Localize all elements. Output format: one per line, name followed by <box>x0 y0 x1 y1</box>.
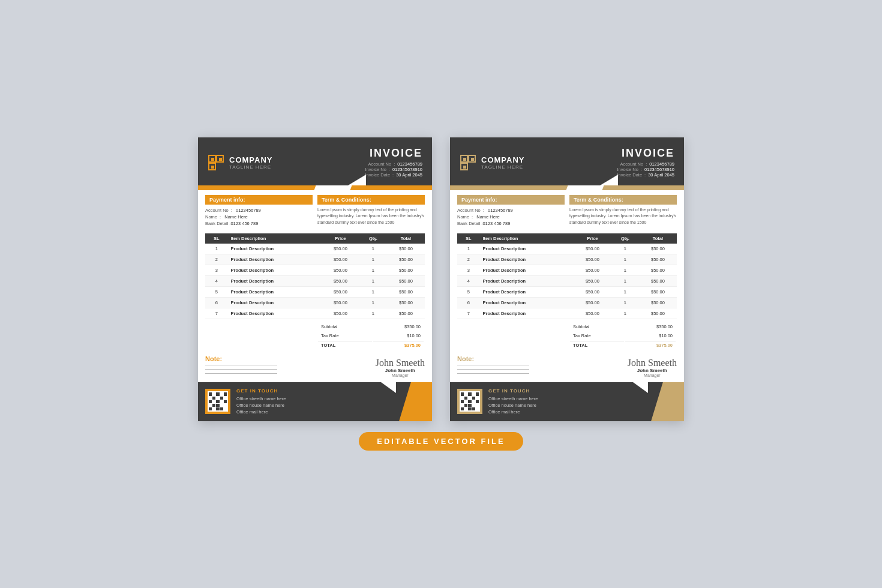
totals-area-2: Subtotal $350.00 Tax Rate $10.00 TOTAL $… <box>450 319 684 352</box>
subtotal-val-2: $350.00 <box>625 323 676 331</box>
row-total: $50.00 <box>639 297 677 308</box>
row-desc: Product Description <box>228 275 322 286</box>
row-desc: Product Description <box>480 265 574 275</box>
pname-label: Name <box>205 214 217 220</box>
row-qty: 1 <box>611 297 639 308</box>
row-total: $50.00 <box>387 244 425 254</box>
total-row: TOTAL $375.00 <box>318 341 424 349</box>
row-qty: 1 <box>359 244 387 254</box>
row-total: $50.00 <box>387 297 425 308</box>
pbank-label: Bank Detail <box>205 221 228 226</box>
subtotal-label: Subtotal <box>318 323 372 331</box>
logo-area: COMPANY TAGLINE HERE <box>208 154 272 171</box>
row-price: $50.00 <box>574 308 611 319</box>
row-price: $50.00 <box>574 286 611 297</box>
row-sl: 3 <box>457 265 480 275</box>
row-qty: 1 <box>359 297 387 308</box>
company-logo-icon-2 <box>460 154 476 171</box>
qr-inner-2 <box>460 391 480 412</box>
table-row: 3 Product Description $50.00 1 $50.00 <box>457 265 677 275</box>
footer-line1-2: Office streeth name here <box>488 395 677 402</box>
note-label: Note: <box>205 355 376 362</box>
account-label: Account No <box>368 161 391 167</box>
sig-script: John Smeeth <box>376 358 425 368</box>
terms-title-2: Term & Conditions: <box>569 195 677 205</box>
th-desc-2: Item Description <box>480 233 574 244</box>
table-row: 7 Product Description $50.00 1 $50.00 <box>205 308 425 319</box>
footer-line3: Office mail here <box>236 409 425 415</box>
company-text: COMPANY TAGLINE HERE <box>229 155 272 170</box>
total-row-2: TOTAL $375.00 <box>570 341 676 349</box>
qr-code-box <box>205 389 230 414</box>
row-desc: Product Description <box>228 254 322 265</box>
row-total: $50.00 <box>387 254 425 265</box>
sig-name-2: John Smeeth <box>628 368 677 373</box>
payment-info-block-2: Payment info: Account No : 0123456789 Na… <box>457 195 565 227</box>
note-section-2: Note: <box>457 355 628 377</box>
row-qty: 1 <box>611 275 639 286</box>
bottom-badge: EDITABLE VECTOR FILE <box>359 432 523 451</box>
row-sl: 1 <box>205 244 228 254</box>
invoice-title-2: INVOICE <box>617 147 674 160</box>
row-sl: 5 <box>457 286 480 297</box>
invoices-container: COMPANY TAGLINE HERE INVOICE Account No … <box>198 137 684 422</box>
invoice-header-1: COMPANY TAGLINE HERE INVOICE Account No … <box>198 137 432 185</box>
qr-inner <box>208 391 228 412</box>
company-name: COMPANY <box>229 155 272 164</box>
svg-rect-9 <box>471 158 474 161</box>
company-name-2: COMPANY <box>481 155 524 164</box>
note-lines-2 <box>457 365 628 374</box>
row-desc: Product Description <box>228 308 322 319</box>
tax-val-2: $10.00 <box>625 332 676 340</box>
get-in-touch-2: GET IN TOUCH <box>488 388 677 394</box>
invoice-title-area-2: INVOICE Account No : 0123456789 Invoice … <box>617 147 674 178</box>
payment-info-content: Account No : 0123456789 Name : Name Here… <box>205 207 313 227</box>
pac-val: 0123456789 <box>236 208 261 213</box>
row-total: $50.00 <box>387 308 425 319</box>
row-sl: 7 <box>205 308 228 319</box>
footer-line3-2: Office mail here <box>488 409 677 415</box>
table-wrapper-2: SL Item Description Price Qty. Total 1 P… <box>450 233 684 319</box>
row-qty: 1 <box>359 286 387 297</box>
th-desc: Item Description <box>228 233 322 244</box>
row-desc: Product Description <box>228 244 322 254</box>
golden-accent-bar <box>450 185 684 190</box>
row-qty: 1 <box>611 254 639 265</box>
row-sl: 7 <box>457 308 480 319</box>
company-tagline-2: TAGLINE HERE <box>481 164 524 170</box>
th-sl: SL <box>205 233 228 244</box>
row-sl: 6 <box>205 297 228 308</box>
row-qty: 1 <box>359 254 387 265</box>
row-desc: Product Description <box>480 308 574 319</box>
company-logo-icon <box>208 154 224 171</box>
total-label: TOTAL <box>318 341 372 349</box>
row-price: $50.00 <box>574 275 611 286</box>
row-qty: 1 <box>611 308 639 319</box>
logo-area-2: COMPANY TAGLINE HERE <box>460 154 524 171</box>
row-price: $50.00 <box>322 265 359 275</box>
note-sig-section-2: Note: John Smeeth John Smeeth Manager <box>450 352 684 382</box>
svg-rect-1 <box>211 158 214 161</box>
th-price: Price <box>322 233 359 244</box>
pname-val: Name Here <box>224 214 247 220</box>
row-total: $50.00 <box>639 275 677 286</box>
qr-code-box-2 <box>457 389 482 414</box>
invoice-title: INVOICE <box>365 147 422 160</box>
invoice-card-1: COMPANY TAGLINE HERE INVOICE Account No … <box>198 137 432 422</box>
row-desc: Product Description <box>480 286 574 297</box>
totals-table-1: Subtotal $350.00 Tax Rate $10.00 TOTAL $… <box>317 322 425 350</box>
row-price: $50.00 <box>574 297 611 308</box>
table-row: 3 Product Description $50.00 1 $50.00 <box>205 265 425 275</box>
footer-line2: Office house name here <box>236 402 425 409</box>
table-row: 2 Product Description $50.00 1 $50.00 <box>457 254 677 265</box>
row-sl: 4 <box>205 275 228 286</box>
footer-contact: GET IN TOUCH Office streeth name here Of… <box>236 388 425 416</box>
invoice-meta: Account No : 0123456789 Invoice No : 012… <box>365 161 422 178</box>
row-sl: 4 <box>457 275 480 286</box>
table-row: 2 Product Description $50.00 1 $50.00 <box>205 254 425 265</box>
row-total: $50.00 <box>639 308 677 319</box>
note-lines <box>205 365 376 374</box>
totals-table-2: Subtotal $350.00 Tax Rate $10.00 TOTAL $… <box>569 322 677 350</box>
table-header-row-2: SL Item Description Price Qty. Total <box>457 233 677 244</box>
svg-rect-5 <box>211 166 214 169</box>
